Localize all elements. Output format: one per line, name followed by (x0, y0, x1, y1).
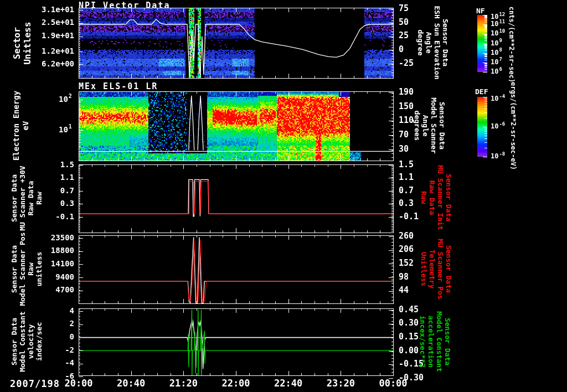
plot-canvas (0, 0, 567, 392)
panel5-yaxis-left-label: Sensor Data Model Constant velocity inde… (10, 286, 43, 392)
date-label: 2007/198 (10, 378, 60, 389)
colorbar2-title: DEF (475, 87, 488, 96)
colorbar2-units-label: ergs/(cm**2-sr-sec-eV) (509, 71, 517, 182)
plot-page: NPI Vector Data MEx ELS-01 LR Sector Uni… (0, 0, 567, 392)
colorbar1-title: NF (476, 7, 485, 15)
panel1-title: NPI Vector Data (79, 1, 170, 11)
panel5-yaxis-right-label: Sensor Data Model Constant acceleration … (419, 286, 452, 392)
panel2-title: MEx ELS-01 LR (79, 81, 158, 91)
